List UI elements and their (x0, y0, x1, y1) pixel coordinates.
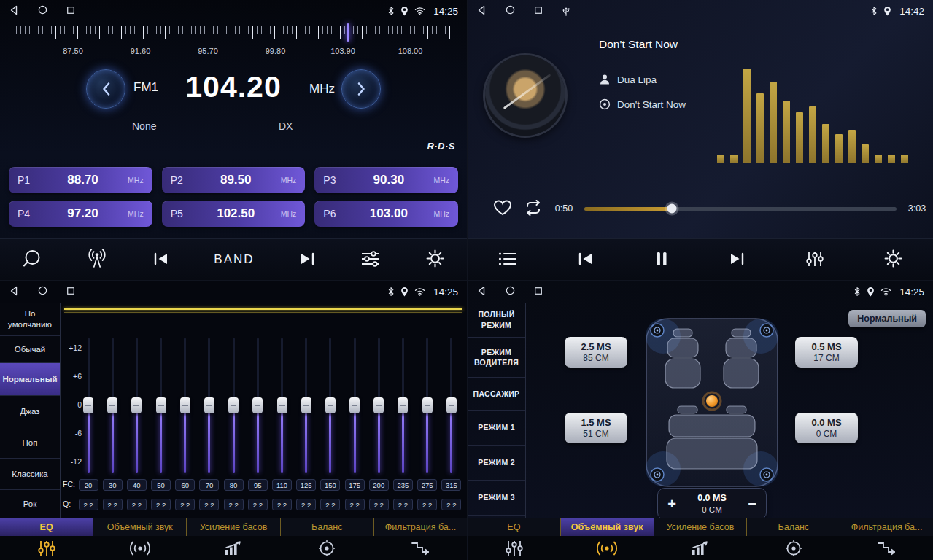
tab-balance[interactable]: Баланс (281, 518, 374, 536)
tab-filter[interactable]: Фильтрация ба... (840, 518, 933, 536)
eq-preset-item[interactable]: По умолчанию (0, 303, 60, 336)
eq-preset-item[interactable]: Классика (0, 459, 60, 490)
band-button[interactable]: BAND (214, 252, 254, 267)
tune-up-button[interactable] (341, 69, 381, 109)
tab-bass-icon-button[interactable] (187, 536, 280, 560)
tab-surround[interactable]: Объёмный звук (561, 518, 654, 536)
eq-slider-handle[interactable] (83, 397, 93, 413)
tab-eq-icon-button[interactable] (0, 536, 93, 560)
progress-thumb[interactable] (667, 204, 676, 214)
delay-front-right-button[interactable]: 0.5 MS 17 CM (795, 337, 858, 368)
tab-filter-icon-button[interactable] (840, 536, 933, 560)
settings-button[interactable] (425, 249, 445, 271)
eq-slider-handle[interactable] (107, 397, 117, 413)
search-stations-button[interactable] (22, 249, 42, 271)
tab-balance-icon-button[interactable] (280, 536, 373, 560)
delay-rear-left-button[interactable]: 1.5 MS 51 CM (565, 413, 627, 443)
nav-home-button[interactable] (506, 286, 515, 298)
eq-band-slider[interactable] (198, 336, 220, 475)
preset-p4-button[interactable]: P4 97.20 MHz (9, 201, 152, 227)
eq-preset-item[interactable]: Рок (0, 490, 60, 518)
broadcast-scan-button[interactable] (86, 249, 108, 271)
nav-recents-button[interactable] (66, 287, 75, 298)
eq-slider-handle[interactable] (156, 397, 166, 413)
eq-band-slider[interactable] (271, 336, 293, 475)
eq-band-slider[interactable] (77, 336, 99, 475)
next-station-button[interactable] (298, 252, 316, 268)
nav-back-button[interactable] (476, 286, 487, 298)
delay-decrease-button[interactable]: − (738, 496, 766, 513)
preset-p6-button[interactable]: P6 103.00 MHz (314, 201, 458, 227)
mode-item-full[interactable]: ПОЛНЫЙ РЕЖИМ (468, 303, 525, 338)
eq-band-slider[interactable] (295, 336, 317, 475)
eq-slider-handle[interactable] (131, 397, 142, 413)
tab-surround-icon-button[interactable] (93, 536, 187, 560)
preset-p2-button[interactable]: P2 89.50 MHz (162, 167, 306, 193)
tab-bass-boost[interactable]: Усиление басов (187, 518, 280, 536)
equalizer-button[interactable] (805, 250, 824, 270)
eq-slider-handle[interactable] (180, 397, 190, 413)
eq-slider-handle[interactable] (446, 397, 457, 413)
tune-down-button[interactable] (86, 69, 125, 109)
mode-item-2[interactable]: РЕЖИМ 2 (468, 446, 525, 481)
delay-front-left-button[interactable]: 2.5 MS 85 CM (565, 337, 627, 368)
eq-band-slider[interactable] (222, 336, 244, 475)
tab-surround-icon-button[interactable] (561, 536, 654, 560)
previous-station-button[interactable] (152, 252, 170, 268)
eq-preset-item[interactable]: Джаз (0, 396, 60, 427)
tab-bass-boost[interactable]: Усиление басов (654, 518, 748, 536)
tab-filter[interactable]: Фильтрация ба... (374, 518, 467, 536)
eq-slider-handle[interactable] (301, 397, 311, 413)
eq-band-slider[interactable] (174, 336, 196, 475)
eq-slider-handle[interactable] (398, 397, 408, 413)
eq-slider-handle[interactable] (204, 397, 214, 413)
sound-profile-button[interactable]: Нормальный (848, 310, 926, 327)
settings-button[interactable] (883, 249, 903, 271)
eq-band-slider[interactable] (150, 336, 172, 475)
nav-recents-button[interactable] (66, 6, 75, 17)
next-track-button[interactable] (728, 252, 746, 268)
eq-slider-handle[interactable] (325, 397, 336, 413)
mode-item-1[interactable]: РЕЖИМ 1 (468, 411, 525, 446)
nav-back-button[interactable] (9, 286, 19, 298)
preset-p5-button[interactable]: P5 102.50 MHz (162, 201, 306, 227)
tab-eq[interactable]: EQ (468, 518, 561, 536)
repeat-button[interactable] (523, 200, 543, 218)
mode-item-3[interactable]: РЕЖИМ 3 (468, 481, 525, 516)
mode-item-driver[interactable]: РЕЖИМ ВОДИТЕЛЯ (468, 338, 525, 378)
eq-preset-item[interactable]: Поп (0, 427, 60, 459)
eq-slider-handle[interactable] (349, 397, 360, 413)
eq-band-slider[interactable] (392, 336, 414, 475)
mode-item-passenger[interactable]: ПАССАЖИР (468, 378, 525, 411)
eq-slider-handle[interactable] (252, 397, 263, 413)
eq-slider-handle[interactable] (422, 397, 433, 413)
pause-button[interactable] (654, 251, 669, 269)
seek-bar[interactable] (584, 207, 897, 211)
eq-band-slider[interactable] (417, 336, 438, 475)
eq-band-slider[interactable] (368, 336, 390, 475)
eq-band-slider[interactable] (247, 336, 268, 475)
tab-bass-icon-button[interactable] (654, 536, 747, 560)
favorite-button[interactable] (492, 199, 513, 219)
tab-eq[interactable]: EQ (0, 518, 93, 536)
nav-recents-button[interactable] (534, 6, 543, 17)
delay-increase-button[interactable]: + (658, 496, 686, 513)
eq-slider-handle[interactable] (277, 397, 287, 413)
frequency-scale[interactable]: 87.50 91.60 95.70 99.80 103.90 108.00 (0, 22, 467, 63)
tab-balance-icon-button[interactable] (747, 536, 840, 560)
nav-back-button[interactable] (476, 5, 487, 18)
tab-balance[interactable]: Баланс (747, 518, 840, 536)
eq-band-slider[interactable] (344, 336, 365, 475)
tab-eq-icon-button[interactable] (468, 536, 561, 560)
delay-rear-right-button[interactable]: 0.0 MS 0 CM (795, 413, 858, 443)
nav-home-button[interactable] (38, 5, 47, 17)
eq-slider-handle[interactable] (228, 397, 239, 413)
tab-surround[interactable]: Объёмный звук (93, 518, 187, 536)
nav-home-button[interactable] (38, 286, 47, 298)
equalizer-button[interactable] (360, 250, 381, 270)
preset-p3-button[interactable]: P3 90.30 MHz (314, 167, 458, 193)
nav-recents-button[interactable] (534, 287, 543, 298)
eq-slider-handle[interactable] (373, 397, 384, 413)
playlist-button[interactable] (498, 251, 518, 269)
eq-preset-item-selected[interactable]: Нормальный (0, 363, 60, 396)
